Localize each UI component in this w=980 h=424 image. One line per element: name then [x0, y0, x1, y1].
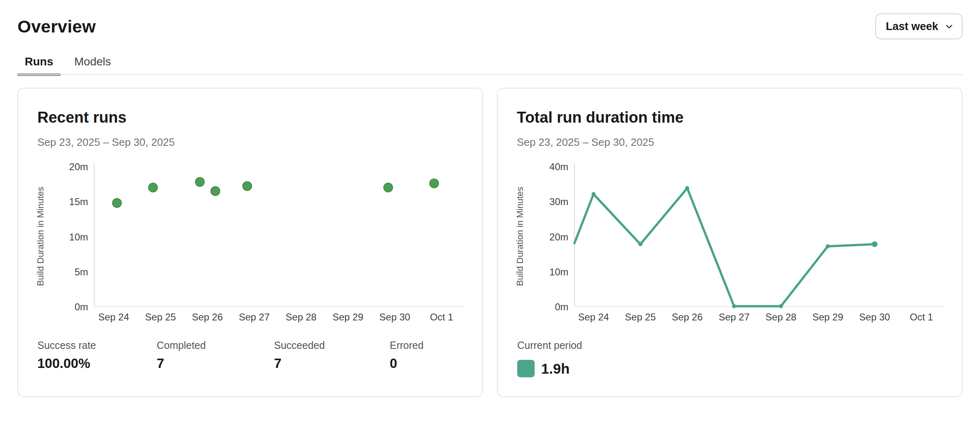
period-selector-label: Last week: [886, 20, 938, 33]
total-run-duration-line-chart: 0m10m20m30m40mSep 24Sep 25Sep 26Sep 27Se…: [498, 155, 963, 326]
period-selector[interactable]: Last week: [875, 13, 963, 39]
svg-text:Sep 25: Sep 25: [145, 312, 176, 322]
svg-text:30m: 30m: [549, 196, 568, 207]
stat-succeeded: Succeeded 7: [274, 339, 325, 373]
stat-label: Errored: [390, 339, 423, 352]
scatter-points: [112, 177, 438, 208]
svg-text:Build Duration in Minutes: Build Duration in Minutes: [515, 187, 525, 286]
legend-row: 1.9h: [517, 360, 570, 377]
tab-models-label: Models: [74, 55, 111, 68]
stat-label: Succeeded: [274, 339, 325, 352]
svg-text:0m: 0m: [555, 301, 568, 312]
svg-text:Sep 29: Sep 29: [812, 312, 843, 322]
tab-runs[interactable]: Runs: [17, 48, 61, 75]
svg-text:0m: 0m: [75, 301, 88, 312]
stat-success-rate: Success rate 100.00%: [37, 339, 96, 373]
stat-value: 7: [157, 354, 206, 373]
svg-text:20m: 20m: [69, 161, 88, 172]
svg-text:Sep 27: Sep 27: [239, 312, 270, 322]
tab-models[interactable]: Models: [67, 48, 119, 75]
svg-text:10m: 10m: [69, 231, 88, 242]
overview-page: Overview Last week Runs Models Recent ru…: [0, 0, 980, 397]
stat-completed: Completed 7: [157, 339, 206, 373]
svg-text:Sep 28: Sep 28: [766, 312, 797, 322]
chevron-down-icon: [944, 21, 954, 32]
svg-text:Sep 24: Sep 24: [98, 312, 129, 322]
recent-runs-scatter-chart: 0m5m10m15m20mSep 24Sep 25Sep 26Sep 27Sep…: [18, 155, 484, 326]
svg-text:Sep 27: Sep 27: [719, 312, 749, 322]
svg-text:10m: 10m: [549, 266, 568, 277]
stat-label: Completed: [157, 339, 206, 352]
svg-text:15m: 15m: [69, 196, 88, 207]
svg-text:Sep 26: Sep 26: [672, 312, 703, 322]
stat-value: 7: [274, 354, 325, 373]
chart-axes: 0m10m20m30m40mSep 24Sep 25Sep 26Sep 27Se…: [515, 161, 944, 322]
svg-text:5m: 5m: [75, 266, 88, 277]
page-title: Overview: [17, 16, 96, 37]
stat-errored: Errored 0: [390, 339, 423, 373]
tab-separator: [17, 74, 963, 75]
total-run-duration-card: Total run duration time Sep 23, 2025 – S…: [497, 88, 963, 397]
svg-text:Build Duration in Minutes: Build Duration in Minutes: [35, 187, 45, 286]
svg-text:Sep 29: Sep 29: [332, 312, 363, 322]
svg-text:Sep 24: Sep 24: [578, 312, 609, 322]
svg-text:Sep 26: Sep 26: [192, 312, 223, 322]
recent-runs-date-range: Sep 23, 2025 – Sep 30, 2025: [37, 136, 175, 149]
svg-text:Sep 30: Sep 30: [379, 312, 410, 322]
svg-text:Oct 1: Oct 1: [910, 312, 933, 322]
stat-value: 0: [390, 354, 423, 373]
svg-text:40m: 40m: [549, 161, 568, 172]
cards-row: Recent runs Sep 23, 2025 – Sep 30, 2025 …: [17, 88, 963, 397]
current-period-swatch: [517, 360, 535, 377]
duration-line: [574, 186, 877, 308]
svg-text:20m: 20m: [549, 231, 568, 242]
svg-text:Oct 1: Oct 1: [430, 312, 453, 322]
tab-runs-label: Runs: [25, 55, 53, 68]
recent-runs-card: Recent runs Sep 23, 2025 – Sep 30, 2025 …: [17, 88, 483, 397]
stat-value: 100.00%: [37, 354, 96, 373]
stat-label: Success rate: [37, 339, 96, 352]
legend-label: Current period: [517, 339, 582, 352]
top-bar: Overview Last week: [0, 0, 980, 39]
tab-bar: Runs Models: [0, 48, 980, 75]
total-run-duration-title: Total run duration time: [517, 108, 684, 127]
recent-runs-title: Recent runs: [37, 108, 127, 127]
svg-text:Sep 25: Sep 25: [625, 312, 656, 322]
total-run-duration-date-range: Sep 23, 2025 – Sep 30, 2025: [517, 136, 654, 149]
legend-value: 1.9h: [541, 361, 570, 377]
svg-text:Sep 28: Sep 28: [286, 312, 317, 322]
svg-text:Sep 30: Sep 30: [859, 312, 890, 322]
